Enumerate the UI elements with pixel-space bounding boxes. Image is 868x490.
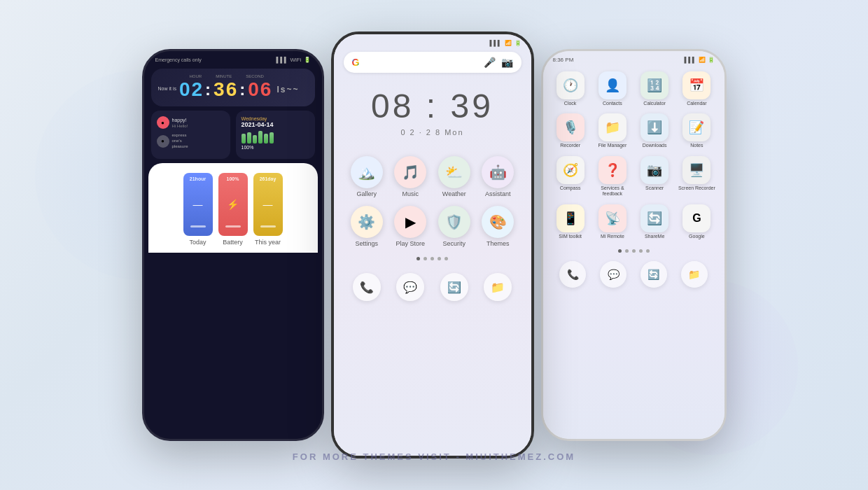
app-scanner[interactable]: 📷 Scanner [634, 153, 675, 200]
profile-sub: Hi Hello! [172, 124, 188, 128]
app-music[interactable]: 🎵 Music [394, 156, 426, 197]
phone2-apps-row1: 🏔️ Gallery 🎵 Music ⛅ Weather 🤖 Assistant [334, 150, 531, 203]
app-icon-shareme: 🔄 [640, 204, 668, 232]
p3-bottom-phone[interactable]: 📞 [559, 261, 586, 288]
app-miremote[interactable]: 📡 Mi Remote [592, 202, 633, 242]
app-lbl-google: Google [689, 234, 705, 239]
p3-dot-1 [618, 249, 622, 253]
phone2-time: 08 : 39 [334, 87, 531, 125]
bw-icon-red: ⚡ [227, 199, 239, 210]
p3-dot-4 [639, 249, 643, 253]
app-calendar[interactable]: 📅 Calendar [676, 69, 717, 109]
app-weather[interactable]: ⛅ Weather [438, 156, 470, 197]
app-lbl-clock: Clock [564, 101, 577, 106]
calendar-card: Wednesday 2021-04-14 100% [236, 111, 315, 159]
bbar-6 [270, 132, 274, 144]
app-icon-security: 🛡️ [438, 206, 470, 238]
p3-dot-3 [632, 249, 636, 253]
app-calculator[interactable]: 🔢 Calculator [634, 69, 675, 109]
phone2-clock: 08 : 39 0 2 · 2 8 Mon [334, 87, 531, 136]
app-lbl-compass: Compass [560, 186, 581, 191]
app-downloads[interactable]: ⬇️ Downloads [634, 111, 675, 151]
app-screenrecorder[interactable]: 🖥️ Screen Recorder [676, 153, 717, 200]
phone2-page-dots [334, 257, 531, 260]
app-icon-recorder: 🎙️ [556, 113, 584, 141]
time-sep2: : [239, 80, 246, 99]
app-assistant[interactable]: 🤖 Assistant [482, 156, 514, 197]
phone1-screen: Emergency calls only ▌▌▌ WiFi 🔋 HOUR MIN… [144, 51, 322, 439]
app-settings[interactable]: ⚙️ Settings [351, 206, 383, 247]
dot-2 [424, 257, 427, 260]
app-google[interactable]: G Google [676, 202, 717, 242]
app-icon-filemanager: 📁 [598, 113, 626, 141]
phone2-search-bar[interactable]: G 🎤 📷 [344, 52, 522, 73]
app-icon-simtoolkit: 📱 [556, 204, 584, 232]
profile-express: express one's pleasure [172, 133, 188, 149]
app-recorder[interactable]: 🎙️ Recorder [550, 111, 591, 151]
p3-bottom-camera[interactable]: 🔄 [640, 261, 667, 288]
app-playstore[interactable]: ▶ Play Store [394, 206, 426, 247]
app-services[interactable]: ❓ Services & feedback [592, 153, 633, 200]
app-icon-scanner: 📷 [640, 156, 668, 184]
app-lbl-downloads: Downloads [643, 143, 667, 148]
phone2-bottom-files[interactable]: 📁 [484, 273, 512, 301]
battery-bar-blue: 21hour — [183, 173, 213, 236]
profile-card: ● happy! Hi Hello! ● express one's pleas… [151, 111, 230, 159]
profile-name: happy! [172, 117, 188, 123]
bw-label-top-blue: 21hour [190, 176, 206, 181]
battery-widgets: 21hour — Today 100% ⚡ Battery [155, 173, 311, 246]
app-shareme[interactable]: 🔄 ShareMe [634, 202, 675, 242]
p2-wifi-icon: 📶 [505, 40, 512, 46]
phone3-page-dots [543, 249, 724, 253]
app-clock[interactable]: 🕐 Clock [550, 69, 591, 109]
phone2-bottom-phone[interactable]: 📞 [353, 273, 381, 301]
profile-row1: ● happy! Hi Hello! [157, 116, 225, 129]
p3-bottom-chat[interactable]: 💬 [600, 261, 626, 288]
app-icon-notes: 📝 [682, 113, 710, 141]
app-icon-assistant: 🤖 [482, 156, 514, 188]
phone3-status-bar: 8:36 PM ▌▌▌ 📶 🔋 [543, 51, 724, 66]
app-notes[interactable]: 📝 Notes [676, 111, 717, 151]
phone2-status-bar: ▌▌▌ 📶 🔋 [334, 34, 531, 48]
p3-status-icons: ▌▌▌ 📶 🔋 [684, 57, 714, 63]
phone1-status-text: Emergency calls only [155, 57, 202, 62]
app-icon-weather: ⛅ [438, 156, 470, 188]
bw-label-top-yellow: 261day [260, 176, 276, 181]
app-icon-screenrecorder: 🖥️ [682, 156, 710, 184]
app-icon-playstore: ▶ [394, 206, 426, 238]
phone2-bottom-camera[interactable]: 🔄 [440, 273, 468, 301]
bw-icon-yellow: — [263, 199, 273, 210]
app-security[interactable]: 🛡️ Security [438, 206, 470, 247]
app-contacts[interactable]: 👤 Contacts [592, 69, 633, 109]
bw-name-today: Today [189, 239, 206, 246]
phone1-status-bar: Emergency calls only ▌▌▌ WiFi 🔋 [144, 51, 322, 66]
app-icon-music: 🎵 [394, 156, 426, 188]
p2-signal-icon: ▌▌▌ [489, 40, 501, 46]
app-icon-miremote: 📡 [598, 204, 626, 232]
phone2-bottom-chat[interactable]: 💬 [396, 273, 424, 301]
app-simtoolkit[interactable]: 📱 SIM toolkit [550, 202, 591, 242]
bbar-2 [247, 132, 251, 144]
p3-dot-2 [625, 249, 629, 253]
app-filemanager[interactable]: 📁 File Manager [592, 111, 633, 151]
app-lbl-calendar: Calendar [687, 101, 706, 106]
app-icon-downloads: ⬇️ [640, 113, 668, 141]
app-compass[interactable]: 🧭 Compass [550, 153, 591, 200]
avatar-red: ● [157, 116, 169, 129]
app-themes[interactable]: 🎨 Themes [482, 206, 514, 247]
lens-icon[interactable]: 📷 [501, 57, 513, 68]
bw-icon-blue: — [193, 199, 203, 210]
bbar-4 [258, 131, 262, 144]
p3-time: 8:36 PM [553, 57, 574, 63]
phone3-bottom-bar: 📞 💬 🔄 📁 [543, 257, 724, 292]
p3-bottom-files[interactable]: 📁 [681, 261, 708, 288]
app-gallery[interactable]: 🏔️ Gallery [351, 156, 383, 197]
profile-info: happy! Hi Hello! [172, 117, 188, 127]
clock-widget: HOUR MINUTE SECOND Now it is 02 : 36 : 0… [151, 69, 315, 106]
app-icon-settings: ⚙️ [351, 206, 383, 238]
mic-icon[interactable]: 🎤 [484, 57, 496, 68]
app-lbl-calculator: Calculator [643, 101, 666, 106]
bw-battery: 100% ⚡ Battery [218, 173, 248, 246]
phone2-screen: ▌▌▌ 📶 🔋 G 🎤 📷 08 : 39 0 2 · 2 8 Mon 🏔️ [334, 34, 531, 456]
app-label-security: Security [442, 240, 465, 247]
